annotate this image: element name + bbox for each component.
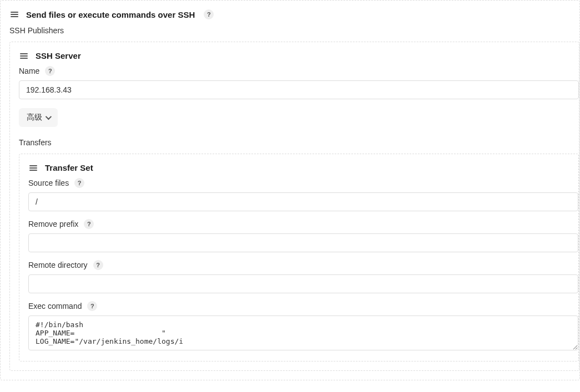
help-icon[interactable]: ? (93, 260, 103, 270)
advanced-label: 高级 (27, 113, 42, 123)
remove-prefix-input[interactable] (28, 233, 578, 252)
ssh-server-title: SSH Server (36, 51, 81, 60)
help-icon[interactable]: ? (74, 178, 84, 188)
drag-handle-icon[interactable] (28, 164, 38, 172)
source-files-label: Source files (28, 179, 69, 187)
help-icon[interactable]: ? (204, 9, 214, 19)
exec-command-label: Exec command (28, 302, 82, 310)
chevron-down-icon (46, 114, 52, 120)
ssh-server-panel: SSH Server Name ? 高级 Transfers Transfer … (9, 42, 579, 371)
remote-directory-input[interactable] (28, 274, 578, 293)
ssh-build-step-panel: Send files or execute commands over SSH … (0, 0, 580, 380)
remote-directory-label: Remote directory (28, 261, 88, 269)
transfer-set-title: Transfer Set (45, 163, 93, 172)
name-input[interactable] (19, 80, 579, 99)
advanced-button[interactable]: 高级 (19, 108, 58, 127)
help-icon[interactable]: ? (87, 301, 97, 311)
transfer-set-panel: Transfer Set Source files ? Remove prefi… (19, 154, 579, 362)
transfers-label: Transfers (19, 138, 579, 147)
remove-prefix-label: Remove prefix (28, 220, 78, 228)
help-icon[interactable]: ? (45, 66, 55, 76)
build-step-title: Send files or execute commands over SSH (26, 10, 195, 19)
help-icon[interactable]: ? (84, 219, 94, 229)
drag-handle-icon[interactable] (9, 11, 19, 18)
name-label: Name (19, 67, 39, 75)
exec-command-textarea[interactable]: #!/bin/bash APP_NAME= " LOG_NAME="/var/j… (28, 315, 578, 350)
drag-handle-icon[interactable] (19, 52, 29, 60)
ssh-publishers-label: SSH Publishers (9, 26, 579, 35)
source-files-input[interactable] (28, 192, 578, 211)
